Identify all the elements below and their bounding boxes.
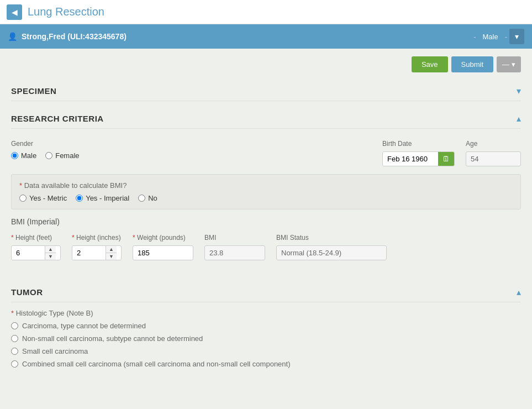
histologic-label-1: Carcinoma, type cannot be determined <box>22 322 146 330</box>
gender-male-option[interactable]: Male <box>11 151 36 160</box>
bmi-no-label: No <box>148 194 157 202</box>
tumor-section: TUMOR ▴ Histologic Type (Note B) Carcino… <box>11 281 521 368</box>
submit-button[interactable]: Submit <box>451 56 493 72</box>
gender-radio-group: Male Female <box>11 151 80 160</box>
height-inches-group: Height (inches) ▲ ▼ <box>72 234 122 260</box>
histologic-label-3: Small cell carcinoma <box>22 347 88 355</box>
bmi-status-group: BMI Status <box>276 234 387 260</box>
histologic-type-label: Histologic Type (Note B) <box>11 309 521 317</box>
bmi-yes-metric-radio[interactable] <box>19 195 27 202</box>
height-inches-spinner-btns: ▲ ▼ <box>106 246 117 260</box>
histologic-option-3[interactable]: Small cell carcinoma <box>11 347 521 355</box>
bmi-fields-row: Height (feet) ▲ ▼ Height (inches) ▲ ▼ <box>11 234 521 260</box>
top-header: ◀ Lung Resection <box>0 0 532 24</box>
bmi-label-field: BMI <box>204 234 265 242</box>
weight-pounds-input[interactable] <box>133 245 193 260</box>
patient-dash1: - <box>472 33 477 41</box>
specimen-section-header[interactable]: SPECIMEN ▾ <box>11 80 521 101</box>
patient-name: Strong,Fred (ULI:432345678) <box>22 32 472 41</box>
main-content: Save Submit — ▾ SPECIMEN ▾ RESEARCH CRIT… <box>0 49 532 409</box>
histologic-radio-2[interactable] <box>11 335 18 342</box>
height-inches-up-btn[interactable]: ▲ <box>106 246 117 253</box>
research-section-header[interactable]: RESEARCH CRITERIA ▴ <box>11 108 521 129</box>
bmi-no-radio[interactable] <box>138 195 145 202</box>
histologic-radio-3[interactable] <box>11 348 18 355</box>
bmi-no-option[interactable]: No <box>138 194 157 202</box>
research-chevron-icon: ▴ <box>517 113 521 124</box>
research-section-title: RESEARCH CRITERIA <box>11 114 104 123</box>
research-form: Gender Male Female Birth Date 🗓 <box>11 135 521 276</box>
toolbar: Save Submit — ▾ <box>11 56 521 72</box>
height-feet-input[interactable] <box>12 246 45 260</box>
weight-pounds-group: Weight (pounds) <box>133 234 193 260</box>
histologic-options: Carcinoma, type cannot be determined Non… <box>11 322 521 368</box>
height-feet-up-btn[interactable]: ▲ <box>45 246 56 253</box>
height-feet-group: Height (feet) ▲ ▼ <box>11 234 61 260</box>
patient-meta: - Male - ▾ <box>472 29 524 44</box>
bmi-yes-metric-label: Yes - Metric <box>29 194 67 202</box>
bmi-question-section: Data available to calculate BMI? Yes - M… <box>11 174 521 209</box>
gender-female-label: Female <box>55 151 79 160</box>
birthdate-input[interactable] <box>383 152 438 166</box>
bmi-yes-imperial-option[interactable]: Yes - Imperial <box>76 194 129 202</box>
bmi-radio-group: Yes - Metric Yes - Imperial No <box>19 194 513 202</box>
bmi-status-label: BMI Status <box>276 234 387 242</box>
page-title: Lung Resection <box>28 6 104 18</box>
patient-dropdown-button[interactable]: ▾ <box>509 29 524 44</box>
weight-pounds-label: Weight (pounds) <box>133 234 193 242</box>
height-feet-down-btn[interactable]: ▼ <box>45 253 56 260</box>
calendar-button[interactable]: 🗓 <box>438 152 454 166</box>
bmi-imperial-label: BMI (Imperial) <box>11 217 521 226</box>
gender-male-label: Male <box>21 151 36 160</box>
histologic-label-2: Non-small cell carcinoma, subtype cannot… <box>22 334 203 343</box>
bmi-yes-imperial-label: Yes - Imperial <box>86 194 129 202</box>
gender-birthdate-row: Gender Male Female Birth Date 🗓 <box>11 140 521 166</box>
tumor-section-header[interactable]: TUMOR ▴ <box>11 281 521 302</box>
gender-label: Gender <box>11 140 80 148</box>
more-button[interactable]: — ▾ <box>497 56 521 72</box>
histologic-option-2[interactable]: Non-small cell carcinoma, subtype cannot… <box>11 334 521 343</box>
back-button[interactable]: ◀ <box>7 4 22 20</box>
save-button[interactable]: Save <box>412 56 448 72</box>
bmi-yes-metric-option[interactable]: Yes - Metric <box>19 194 67 202</box>
patient-dash2: - <box>504 33 508 41</box>
age-input <box>466 151 521 166</box>
patient-bar: 👤 Strong,Fred (ULI:432345678) - Male - ▾ <box>0 24 532 49</box>
gender-female-radio[interactable] <box>45 152 52 159</box>
histologic-radio-4[interactable] <box>11 360 18 368</box>
birthdate-label: Birth Date <box>382 140 455 148</box>
specimen-chevron-icon: ▾ <box>517 86 521 96</box>
specimen-section-title: SPECIMEN <box>11 86 56 96</box>
height-inches-down-btn[interactable]: ▼ <box>106 253 117 260</box>
histologic-label-4: Combined small cell carcinoma (small cel… <box>22 360 291 368</box>
bmi-value-input <box>204 245 265 260</box>
gender-female-option[interactable]: Female <box>45 151 79 160</box>
tumor-chevron-icon: ▴ <box>517 287 521 297</box>
height-feet-spinner-btns: ▲ ▼ <box>45 246 56 260</box>
patient-icon: 👤 <box>8 32 17 41</box>
height-feet-spinner: ▲ ▼ <box>11 245 61 260</box>
patient-gender: Male <box>478 30 502 43</box>
age-label: Age <box>466 140 521 148</box>
tumor-section-title: TUMOR <box>11 287 43 297</box>
bmi-yes-imperial-radio[interactable] <box>76 195 83 202</box>
more-label: — <box>502 60 509 69</box>
height-inches-label: Height (inches) <box>72 234 122 242</box>
height-feet-label: Height (feet) <box>11 234 61 242</box>
birthdate-input-wrap: 🗓 <box>382 151 455 166</box>
bmi-status-input <box>276 245 387 260</box>
gender-male-radio[interactable] <box>11 152 18 159</box>
more-dropdown-icon: ▾ <box>512 60 515 69</box>
gender-field-group: Gender Male Female <box>11 140 80 160</box>
bmi-group: BMI <box>204 234 265 260</box>
height-inches-input[interactable] <box>72 246 106 260</box>
age-field-group: Age <box>466 140 521 166</box>
birthdate-field-group: Birth Date 🗓 <box>382 140 455 166</box>
histologic-option-1[interactable]: Carcinoma, type cannot be determined <box>11 322 521 330</box>
histologic-radio-1[interactable] <box>11 322 18 329</box>
height-inches-spinner: ▲ ▼ <box>72 245 122 260</box>
histologic-option-4[interactable]: Combined small cell carcinoma (small cel… <box>11 360 521 368</box>
bmi-question-text: Data available to calculate BMI? <box>19 181 513 190</box>
